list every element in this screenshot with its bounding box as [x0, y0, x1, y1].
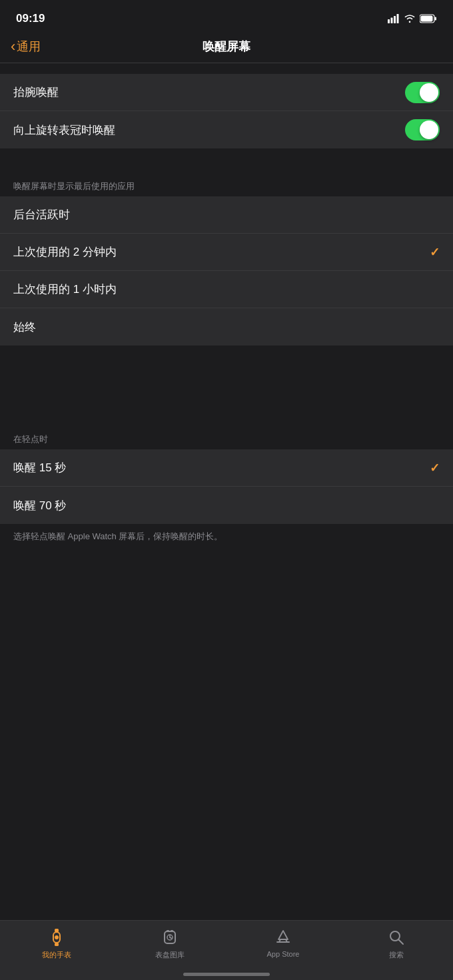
raise-wrist-toggle[interactable]: [405, 82, 440, 103]
nav-bar: ‹ 通用 唤醒屏幕: [0, 33, 453, 63]
home-indicator: [183, 973, 270, 976]
chevron-left-icon: ‹: [11, 39, 15, 54]
tap-section-label: 在轻点时: [0, 425, 453, 449]
svg-rect-3: [397, 14, 399, 23]
app-section-label: 唤醒屏幕时显示最后使用的应用: [0, 172, 453, 196]
tap-section-footer: 选择轻点唤醒 Apple Watch 屏幕后，保持唤醒的时长。: [0, 524, 453, 551]
tab-watch-faces[interactable]: 表盘图库: [113, 927, 226, 960]
nav-back-label: 通用: [17, 39, 41, 55]
svg-rect-0: [388, 19, 390, 23]
status-time: 09:19: [16, 12, 45, 25]
status-bar: 09:19: [0, 0, 453, 33]
wake-15s-check: ✓: [430, 461, 440, 475]
toggle-section: 抬腕唤醒 向上旋转表冠时唤醒: [0, 74, 453, 148]
wake-15s-label: 唤醒 15 秒: [13, 460, 66, 475]
tab-my-watch[interactable]: 我的手表: [0, 927, 113, 960]
raise-wrist-label: 抬腕唤醒: [13, 85, 59, 100]
within-2min-check: ✓: [430, 245, 440, 260]
wake-15s-row[interactable]: 唤醒 15 秒 ✓: [0, 449, 453, 487]
tab-search[interactable]: 搜索: [340, 927, 453, 960]
crown-rotate-row[interactable]: 向上旋转表冠时唤醒: [0, 111, 453, 148]
svg-rect-2: [394, 16, 396, 23]
app-section-list: 后台活跃时 上次使用的 2 分钟内 ✓ 上次使用的 1 小时内 始终: [0, 196, 453, 346]
svg-line-21: [399, 940, 404, 945]
crown-rotate-label: 向上旋转表冠时唤醒: [13, 122, 115, 138]
wake-70s-label: 唤醒 70 秒: [13, 498, 66, 513]
within-1hour-label: 上次使用的 1 小时内: [13, 282, 117, 297]
svg-rect-5: [435, 17, 437, 21]
my-watch-icon: [47, 927, 67, 947]
toggle-knob: [420, 83, 438, 102]
toggle-knob-2: [420, 121, 438, 139]
crown-rotate-toggle[interactable]: [405, 119, 440, 140]
svg-point-8: [55, 935, 59, 939]
signal-icon: [388, 14, 400, 23]
status-icons: [388, 14, 437, 23]
within-2min-row[interactable]: 上次使用的 2 分钟内 ✓: [0, 234, 453, 271]
svg-rect-6: [421, 16, 433, 22]
battery-icon: [420, 14, 437, 23]
page-title: 唤醒屏幕: [203, 39, 250, 55]
background-active-label: 后台活跃时: [13, 207, 70, 222]
tap-section: 在轻点时 唤醒 15 秒 ✓ 唤醒 70 秒 选择轻点唤醒 Apple Watc…: [0, 425, 453, 551]
tab-app-store-label: App Store: [267, 950, 300, 958]
svg-rect-9: [55, 929, 59, 932]
svg-rect-10: [55, 943, 59, 946]
always-row[interactable]: 始终: [0, 308, 453, 346]
tab-app-store[interactable]: App Store: [226, 927, 340, 958]
tab-search-label: 搜索: [389, 950, 404, 960]
wake-70s-row[interactable]: 唤醒 70 秒: [0, 487, 453, 524]
within-2min-label: 上次使用的 2 分钟内: [13, 244, 117, 260]
tab-watch-faces-label: 表盘图库: [155, 950, 185, 960]
app-section: 唤醒屏幕时显示最后使用的应用 后台活跃时 上次使用的 2 分钟内 ✓ 上次使用的…: [0, 172, 453, 346]
search-icon: [386, 927, 406, 947]
tab-my-watch-label: 我的手表: [42, 950, 71, 960]
top-spacer: [0, 63, 453, 74]
raise-wrist-row[interactable]: 抬腕唤醒: [0, 74, 453, 111]
svg-rect-12: [167, 930, 169, 932]
large-spacer: [0, 346, 453, 425]
background-active-row[interactable]: 后台活跃时: [0, 196, 453, 234]
svg-rect-1: [391, 18, 393, 24]
group-spacer-1: [0, 148, 453, 172]
watch-faces-icon: [160, 927, 180, 947]
app-store-icon: [273, 927, 293, 947]
svg-line-16: [170, 937, 172, 939]
within-1hour-row[interactable]: 上次使用的 1 小时内: [0, 271, 453, 308]
always-label: 始终: [13, 320, 36, 335]
wifi-icon: [404, 14, 416, 23]
tap-section-list: 唤醒 15 秒 ✓ 唤醒 70 秒: [0, 449, 453, 524]
tab-bar: 我的手表 表盘图库 App Store: [0, 920, 453, 980]
svg-rect-13: [171, 930, 173, 932]
nav-back-button[interactable]: ‹ 通用: [11, 39, 41, 55]
